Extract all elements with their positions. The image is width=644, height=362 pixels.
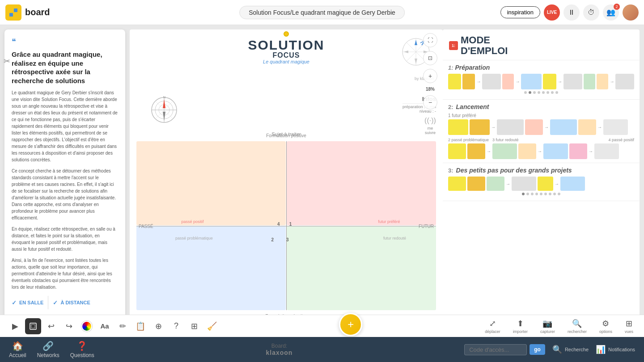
sf-quadrant: Le quadrant magique [237,59,335,64]
notifications-item[interactable]: 📊 Notifications [596,345,635,354]
go-button[interactable]: go [530,344,545,355]
quadrant-num-2: 2 [271,237,274,242]
questions-label: Questions [70,352,94,358]
header-title-button[interactable]: Solution Focus/Le quadrant magique de Ge… [239,6,405,19]
deplacer-item[interactable]: ⤢ déplacer [481,317,504,336]
capturer-icon: 📷 [542,319,552,328]
main-board[interactable]: SOLUTION FOCUS Le quadrant magique by kl… [130,29,443,333]
live-button[interactable]: LIVE [544,4,560,21]
add-center-button[interactable]: + [339,313,362,336]
dot-6 [547,91,549,94]
lc9 [467,143,485,159]
dot-4 [538,91,540,94]
select-button[interactable] [25,318,41,334]
mode-emploi-panel: 1: MODED'EMPLOI 1: Préparation → [443,29,640,333]
zoom-out-button[interactable]: − [423,95,437,109]
help-button[interactable]: ? [168,318,184,334]
horizontal-axis [136,226,436,226]
lc2 [470,119,490,135]
wifi-follow-area: ((·)) me suivre [422,117,438,135]
s3c6 [560,177,585,191]
arrow-4: → [610,79,614,84]
redo-button[interactable]: ↪ [61,318,77,334]
card-yellow-1 [448,74,461,89]
timer-button[interactable]: ⏱ [583,4,599,21]
svg-marker-7 [404,51,408,53]
networks-item[interactable]: 🔗 Networks [37,341,59,358]
access-code-area: go [464,344,545,355]
accueil-icon: 🏠 [12,341,23,351]
questions-icon: ❓ [76,341,88,351]
panel-body-4: Ainsi, à la fin de l'exercice, sont list… [12,257,118,290]
text-button[interactable]: Aa [97,318,113,334]
color-button[interactable] [79,318,95,334]
solution-focus-header: SOLUTION FOCUS Le quadrant magique [237,38,335,64]
panel-title: Grâce au quadrant magique, réalisez en é… [12,50,118,85]
a-distance-label: À DISTANCE [60,300,90,305]
header-title-area: Solution Focus/Le quadrant magique de Ge… [239,6,405,19]
dot-8 [555,91,558,94]
importer-item[interactable]: ⬆ importer [509,317,531,336]
inspiration-button[interactable]: inspiration [500,6,540,18]
bottom-nav-center: Board: klaxoon [266,343,293,356]
svg-marker-19 [163,112,165,121]
quadrant-cell-top-right [287,141,436,225]
canvas-area: ✂ ❝ Grâce au quadrant magique, réalisez … [0,25,644,337]
user-avatar[interactable] [623,4,639,21]
team-button[interactable]: 👥 2 [603,4,619,21]
access-code-input[interactable] [464,344,527,355]
dot-s3-1 [522,193,525,195]
rechercher-item[interactable]: 🔍 rechercher [564,317,590,336]
dot-3 [533,91,536,94]
options-item[interactable]: ⚙ options [596,317,616,336]
dot-s3-7 [549,193,551,195]
logo-icon[interactable] [5,4,21,21]
undo-button[interactable]: ↩ [43,318,59,334]
compass-icon: N [150,96,179,126]
lc10 [492,143,517,159]
toolbar-left: ▶ ↩ ↪ Aa ✏ 📋 ⊕ ? ⊞ 🧹 [7,318,220,334]
accueil-label: Accueil [9,352,26,358]
arrows-button[interactable]: ⊕ [150,318,166,334]
quote-icon: ❝ [12,37,118,46]
logo-text: board [25,7,50,17]
launch-sub-1-cards: → → → [448,119,634,135]
capturer-item[interactable]: 📷 capturer [537,317,559,336]
bottom-nav: 🏠 Accueil 🔗 Networks ❓ Questions Board: … [0,337,644,362]
expand-board-button[interactable]: ⊞ [186,318,202,334]
arrow-2: → [515,79,520,84]
zoom-in-button[interactable]: + [423,69,437,83]
svg-rect-22 [31,324,35,328]
svg-marker-5 [415,40,417,45]
rp-section-3: 3: Des petits pas pour des grands projet… [443,163,640,201]
draw-button[interactable]: ✏ [114,318,131,334]
scissor-icon[interactable]: ✂ [4,56,10,66]
en-salle-label: EN SALLE [19,300,43,305]
color-circle [81,321,92,332]
notification-badge: 2 [614,4,620,10]
s3c2 [467,177,485,191]
vues-item[interactable]: ⊞ vues [621,317,637,336]
section-1-label: 1: Préparation [448,64,490,71]
expand-button[interactable]: ⛶ [423,33,437,47]
lc4 [525,119,543,135]
deplacer-label: déplacer [485,329,500,334]
card-yellow-2 [543,74,556,89]
accueil-item[interactable]: 🏠 Accueil [9,341,26,358]
lc12 [543,143,568,159]
card-gray-3 [615,74,634,89]
launch-sub-234-cards: → → → [448,143,634,159]
note-button[interactable]: 📋 [132,318,148,334]
launch-sub-labels: 2 passé problématique 3 futur redouté 4 … [448,138,634,142]
recherche-item[interactable]: 🔍 Recherche [552,345,589,354]
play-button[interactable]: ▶ [7,318,23,334]
toolbar-right: ⤢ déplacer ⬆ importer 📷 capturer 🔍 reche… [481,317,637,336]
search-icon: 🔍 [552,345,562,354]
notifications-label: Notifications [608,347,635,352]
pause-button[interactable]: ⏸ [564,4,580,21]
shrink-button[interactable]: ⊡ [423,51,437,65]
erase-button[interactable]: 🧹 [204,318,220,334]
futur-prefere-label: futur préféré [378,219,400,224]
s3c3 [487,177,504,191]
questions-item[interactable]: ❓ Questions [70,341,94,358]
